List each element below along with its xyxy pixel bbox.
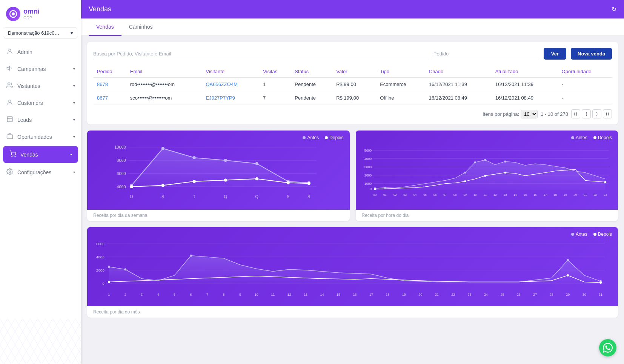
cell-oportunidade: - xyxy=(558,91,612,105)
last-page-button[interactable]: ⟩⟩ xyxy=(603,109,612,118)
svg-text:Q: Q xyxy=(224,194,227,199)
legend-depois-2: Depois xyxy=(593,135,612,140)
sidebar-item-oportunidades-label: Oportunidades xyxy=(17,134,69,140)
workspace-selector[interactable]: Demonstração 619c0a0891... ▾ xyxy=(4,27,77,39)
vendas-chevron-icon: ▾ xyxy=(70,152,72,157)
cell-pedido[interactable]: 8677 xyxy=(93,91,126,105)
items-per-page-select[interactable]: 10 25 50 xyxy=(521,110,538,118)
svg-text:20: 20 xyxy=(573,193,577,197)
svg-point-27 xyxy=(130,185,133,188)
svg-point-99 xyxy=(190,255,192,257)
main-content: Vendas ↻ Vendas Caminhos Ver Nova venda … xyxy=(81,0,624,364)
configuracoes-chevron-icon: ▾ xyxy=(73,170,75,174)
svg-point-59 xyxy=(374,188,376,190)
legend-depois-3: Depois xyxy=(593,232,612,237)
sidebar-item-configuracoes[interactable]: Configurações ▾ xyxy=(0,164,81,181)
svg-text:14: 14 xyxy=(320,293,324,296)
chart-2-legend: Antes Depois xyxy=(362,135,612,140)
customers-icon xyxy=(6,99,14,107)
chart-2-label: Receita por hora do dia xyxy=(356,210,618,221)
search-row: Ver Nova venda xyxy=(93,48,612,60)
svg-text:29: 29 xyxy=(566,293,570,296)
search-input[interactable] xyxy=(93,49,429,59)
chart-card-3: Antes Depois 6000 xyxy=(87,227,618,318)
logo: omni CDP xyxy=(0,0,81,26)
svg-point-9 xyxy=(15,156,15,157)
sidebar-item-oportunidades[interactable]: Oportunidades ▾ xyxy=(0,128,81,145)
svg-text:23: 23 xyxy=(468,293,472,296)
svg-text:2000: 2000 xyxy=(364,174,372,177)
svg-point-103 xyxy=(567,274,569,276)
cell-atualizado: 16/12/2021 11:39 xyxy=(492,78,558,91)
svg-point-100 xyxy=(567,259,569,261)
chart-card-2: Antes Depois xyxy=(356,131,618,221)
svg-text:19: 19 xyxy=(563,193,567,197)
svg-text:19: 19 xyxy=(402,293,406,296)
first-page-button[interactable]: ⟨⟨ xyxy=(571,109,580,118)
cell-oportunidade: - xyxy=(558,78,612,91)
col-atualizado: Atualizado xyxy=(492,66,558,78)
refresh-icon[interactable]: ↻ xyxy=(612,6,616,13)
svg-text:12: 12 xyxy=(493,193,497,197)
sidebar-item-admin[interactable]: Admin xyxy=(0,43,81,60)
svg-text:0: 0 xyxy=(102,281,105,286)
visitantes-icon xyxy=(6,82,14,90)
page-title: Vendas xyxy=(89,5,111,13)
svg-text:2000: 2000 xyxy=(96,268,105,272)
svg-point-31 xyxy=(255,177,258,180)
nova-venda-button[interactable]: Nova venda xyxy=(571,48,612,60)
sidebar-item-campanhas[interactable]: Campanhas ▾ xyxy=(0,60,81,77)
cell-valor: R$ 199,00 xyxy=(332,91,376,105)
svg-text:30: 30 xyxy=(583,293,586,296)
tabs-bar: Vendas Caminhos xyxy=(81,18,624,36)
cell-visitante[interactable]: EJ027P7YP9 xyxy=(202,91,259,105)
ver-button[interactable]: Ver xyxy=(544,48,566,60)
charts-row-1: Antes Depois 10000 8000 6000 4000 xyxy=(87,131,618,221)
svg-text:8: 8 xyxy=(223,293,224,296)
chart-1-label: Receita por dia da semana xyxy=(87,210,350,221)
logo-text: omni CDP xyxy=(23,8,40,20)
whatsapp-button[interactable] xyxy=(599,339,616,356)
svg-point-23 xyxy=(224,159,227,162)
sidebar-nav: Admin Campanhas ▾ Visitantes ▾ Customers… xyxy=(0,43,81,364)
sidebar-item-customers[interactable]: Customers ▾ xyxy=(0,94,81,111)
leads-icon xyxy=(6,116,14,124)
svg-text:18: 18 xyxy=(553,193,557,197)
sidebar-item-leads-label: Leads xyxy=(17,117,69,123)
cell-pedido[interactable]: 8678 xyxy=(93,78,126,91)
campanhas-chevron-icon: ▾ xyxy=(73,67,75,71)
sidebar-item-admin-label: Admin xyxy=(17,49,75,55)
cell-visitas: 7 xyxy=(259,91,291,105)
svg-text:04: 04 xyxy=(413,193,417,197)
configuracoes-icon xyxy=(6,168,14,176)
table-row: 8678 rod••••••••@•••••••om QA656ZZO4M 1 … xyxy=(93,78,612,91)
chart-row-2: Antes Depois 6000 xyxy=(87,227,618,318)
svg-text:6000: 6000 xyxy=(96,242,105,246)
tab-vendas[interactable]: Vendas xyxy=(89,18,121,36)
svg-point-104 xyxy=(599,281,602,284)
svg-text:20: 20 xyxy=(418,293,422,296)
page-header: Vendas ↻ xyxy=(81,0,624,18)
cell-visitante[interactable]: QA656ZZO4M xyxy=(202,78,259,91)
cell-criado: 16/12/2021 08:49 xyxy=(425,91,492,105)
svg-text:25: 25 xyxy=(500,293,504,296)
svg-text:0: 0 xyxy=(370,187,372,191)
svg-text:21: 21 xyxy=(583,193,587,197)
svg-text:01: 01 xyxy=(383,193,387,197)
svg-point-28 xyxy=(161,184,164,187)
legend-antes-2: Antes xyxy=(571,135,587,140)
svg-text:D: D xyxy=(130,194,133,199)
pedido-input[interactable] xyxy=(433,49,539,59)
leads-chevron-icon: ▾ xyxy=(73,118,75,122)
sidebar-item-visitantes[interactable]: Visitantes ▾ xyxy=(0,77,81,94)
sidebar-item-leads[interactable]: Leads ▾ xyxy=(0,111,81,128)
svg-point-63 xyxy=(604,181,606,183)
svg-text:1000: 1000 xyxy=(364,182,372,186)
sidebar-item-vendas[interactable]: Vendas ▾ xyxy=(3,146,78,163)
svg-rect-6 xyxy=(7,117,12,122)
tab-caminhos[interactable]: Caminhos xyxy=(121,18,160,36)
next-page-button[interactable]: ⟩ xyxy=(592,109,601,118)
prev-page-button[interactable]: ⟨ xyxy=(582,109,591,118)
svg-text:13: 13 xyxy=(304,293,307,296)
svg-text:31: 31 xyxy=(599,293,602,296)
